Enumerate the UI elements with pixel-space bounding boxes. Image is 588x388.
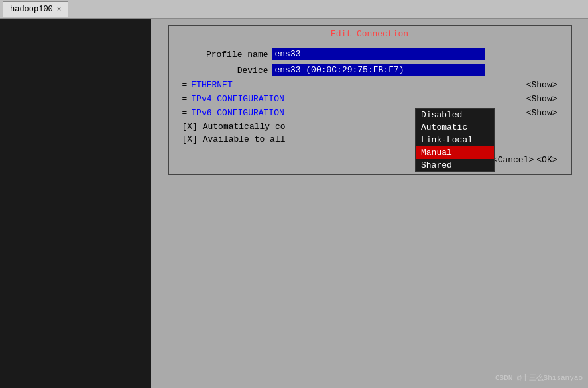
dropdown-item-manual[interactable]: Manual <box>416 146 494 159</box>
ethernet-eq: = <box>182 80 188 90</box>
terminal-area: Edit Connection Profile name ens33 Devic… <box>151 19 588 388</box>
ipv4-method-dropdown[interactable]: Disabled Automatic Link-Local Manual Sha… <box>415 108 495 172</box>
dialog-buttons: <Cancel> <OK> <box>182 155 558 165</box>
profile-name-row: Profile name ens33 <box>182 48 558 60</box>
device-row: Device ens33 (00:0C:29:75:FB:F7) <box>182 64 558 76</box>
ipv6-section: = IPv6 CONFIGURATION <Show> <box>182 108 558 118</box>
tab-close-button[interactable]: × <box>57 5 62 13</box>
dialog-title: Edit Connection <box>325 29 414 39</box>
profile-name-label: Profile name <box>182 50 268 60</box>
auto-connect-text: [X] Automatically co <box>182 122 286 132</box>
device-input[interactable]: ens33 (00:0C:29:75:FB:F7) <box>272 64 485 76</box>
device-label: Device <box>182 66 268 75</box>
ethernet-section: = ETHERNET <Show> <box>182 80 558 90</box>
ipv4-eq: = <box>182 94 188 104</box>
dropdown-item-shared[interactable]: Shared <box>416 159 494 171</box>
auto-connect-row: [X] Automatically co <box>182 122 558 132</box>
profile-name-input[interactable]: ens33 <box>272 48 485 60</box>
tab-label: hadoop100 <box>10 5 53 14</box>
dialog-title-bar: Edit Connection <box>169 26 571 42</box>
tab-bar: hadoop100 × <box>0 0 588 19</box>
ipv4-show[interactable]: <Show> <box>526 94 558 104</box>
cancel-button[interactable]: <Cancel> <box>493 155 534 165</box>
ipv4-section: = IPv4 CONFIGURATION <Show> <box>182 94 558 104</box>
edit-connection-dialog: Edit Connection Profile name ens33 Devic… <box>168 25 572 175</box>
ipv4-label: IPv4 CONFIGURATION <box>191 94 284 104</box>
ipv6-label: IPv6 CONFIGURATION <box>191 108 284 118</box>
available-text: [X] Available to all <box>182 134 286 144</box>
left-panel <box>0 19 151 388</box>
ethernet-show[interactable]: <Show> <box>526 80 558 90</box>
dropdown-item-disabled[interactable]: Disabled <box>416 109 494 121</box>
dropdown-item-automatic[interactable]: Automatic <box>416 121 494 134</box>
ipv6-show[interactable]: <Show> <box>526 108 558 118</box>
ipv6-eq: = <box>182 108 188 118</box>
ok-button[interactable]: <OK> <box>536 155 557 165</box>
watermark: CSDN @十三么Shisanyao <box>495 373 583 383</box>
ethernet-label: ETHERNET <box>191 80 232 90</box>
dropdown-item-link-local[interactable]: Link-Local <box>416 134 494 146</box>
tab-hadoop100[interactable]: hadoop100 × <box>3 1 68 17</box>
available-row: [X] Available to all <box>182 134 558 144</box>
dialog-body: Profile name ens33 Device ens33 (00:0C:2… <box>169 42 571 174</box>
